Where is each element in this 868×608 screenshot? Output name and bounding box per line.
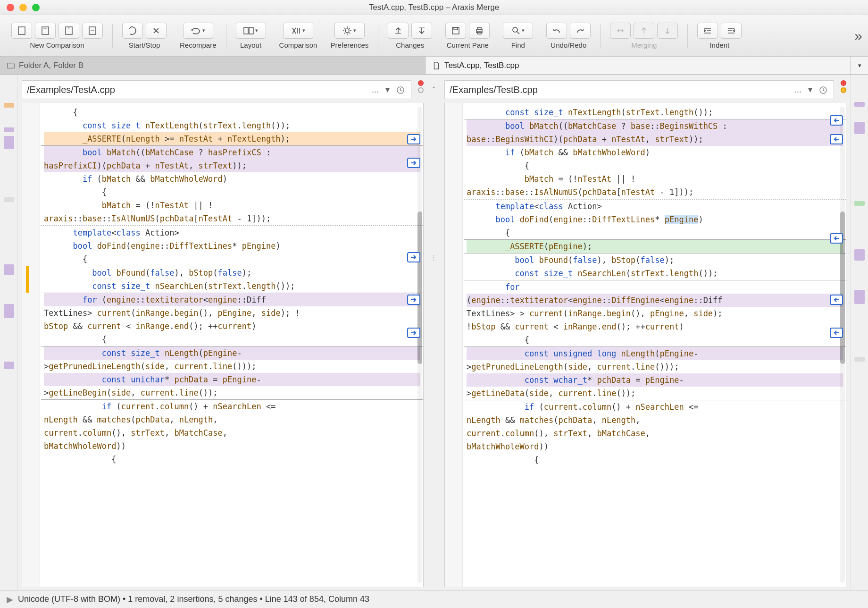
code-line[interactable]: if (current.column() + nSearchLen <= [467,400,843,414]
right-overview-gutter[interactable] [850,75,868,590]
code-line[interactable]: const unichar* pchData = pEngine- [44,373,420,386]
code-line[interactable]: current.column(), strText, bMatchCase, [467,427,843,440]
code-line[interactable]: TextLines> current(inRange.begin(), pEng… [44,306,420,320]
code-line[interactable]: bMatchWholeWord)) [467,440,843,453]
code-line[interactable]: current.column(), strText, bMatchCase, [44,426,420,439]
toolbar-overflow-button[interactable]: » [854,28,863,44]
code-line[interactable]: { [467,333,843,346]
merge-left-arrow-button[interactable] [830,134,843,144]
code-line[interactable]: bool bMatch((bMatchCase ? base::BeginsWi… [467,119,843,133]
code-line[interactable]: (engine::textiterator<engine::DiffEngine… [467,294,843,307]
pane-divider[interactable]: • ⋮ [427,75,441,590]
merge-right-arrow-button[interactable] [407,134,420,144]
comparison-button[interactable]: ▾ [283,23,313,39]
code-line[interactable]: const size_t nTextLength(strText.length(… [467,106,843,119]
code-line[interactable]: _ASSERTE(nLength >= nTestAt + nTextLengt… [44,132,420,145]
undo-button[interactable] [546,23,567,39]
code-line[interactable]: bStop && current < inRange.end(); ++curr… [44,320,420,333]
print-button[interactable] [469,23,490,39]
code-line[interactable]: { [44,253,420,266]
code-line[interactable]: { [44,186,420,199]
code-line[interactable]: if (bMatch && bMatchWholeWord) [467,146,843,159]
code-line[interactable]: bool doFind(engine::DiffTextLines* pEngi… [44,239,420,253]
code-line[interactable]: bool bFound(false), bStop(false); [44,266,420,279]
code-line[interactable]: { [467,453,843,466]
new-binary-comparison-button[interactable] [58,23,79,39]
merge-right-arrow-button[interactable] [407,252,420,262]
right-file-dropdown-button[interactable]: ▾ [807,84,814,95]
merge-left-arrow-button[interactable] [830,328,843,338]
new-text-comparison-button[interactable] [11,23,32,39]
code-line[interactable]: for [467,280,843,294]
code-line[interactable]: { [44,106,420,119]
right-scrollbar[interactable] [840,107,845,583]
code-line[interactable]: const size_t nTextLength(strText.length(… [44,119,420,132]
merge-right-arrow-button[interactable] [407,158,420,168]
code-line[interactable]: araxis::base::IsAlNumUS(pchData[nTestAt … [467,186,843,199]
left-overview-gutter[interactable] [0,75,18,590]
code-line[interactable]: const unsigned long nLength(pEngine- [467,347,843,360]
code-line[interactable]: const size_t nLength(pEngine- [44,346,420,360]
tab-dropdown-button[interactable]: ▾ [851,57,868,74]
stop-button[interactable] [146,23,167,39]
left-code-view[interactable]: { const size_t nTextLength(strText.lengt… [22,103,424,587]
redo-button[interactable] [570,23,591,39]
code-line[interactable]: bool bMatch((bMatchCase ? hasPrefixCS : [44,146,420,159]
code-line[interactable]: !bStop && current < inRange.end(); ++cur… [467,320,843,333]
code-line[interactable]: >getPrunedLineLength(side, current.line(… [467,360,843,373]
tab-folder-comparison[interactable]: Folder A, Folder B [0,57,426,74]
right-file-history-button[interactable] [818,85,829,95]
merge-left-arrow-button[interactable] [830,233,843,244]
code-line[interactable]: const size_t nSearchLen(strText.length()… [44,279,420,293]
code-line[interactable]: const wchar_t* pchData = pEngine- [467,373,843,387]
left-file-menu-button[interactable]: ... [370,85,380,95]
merge-down-button[interactable] [657,23,678,39]
code-line[interactable]: araxis::base::IsAlNumUS(pchData[nTestAt … [44,212,420,225]
code-line[interactable]: if (current.column() + nSearchLen <= [44,400,420,413]
code-line[interactable]: { [44,333,420,346]
code-line[interactable]: hasPrefixCI)(pchData + nTestAt, strText)… [44,159,420,172]
code-line[interactable]: >getPrunedLineLength(side, current.line(… [44,360,420,373]
tab-file-comparison[interactable]: TestA.cpp, TestB.cpp [426,57,851,74]
code-line[interactable]: { [467,226,843,239]
save-button[interactable] [445,23,466,39]
code-line[interactable]: bool doFind(engine::DiffTextLines* pEngi… [467,213,843,226]
recompare-button[interactable]: ▾ [183,23,213,39]
code-line[interactable]: if (bMatch && bMatchWholeWord) [44,172,420,186]
code-line[interactable]: { [467,159,843,172]
merge-right-arrow-button[interactable] [407,328,420,338]
code-line[interactable]: nLength && matches(pchData, nLength, [44,413,420,426]
code-line[interactable]: template<class Action> [44,226,420,239]
merge-left-button[interactable] [610,23,631,39]
code-line[interactable]: TextLines> > current(inRange.begin(), pE… [467,307,843,320]
code-line[interactable]: bMatch = (!nTestAt || ! [44,199,420,212]
layout-button[interactable]: ▾ [236,23,266,39]
code-line[interactable]: bMatch = (!nTestAt || ! [467,172,843,186]
right-code-view[interactable]: const size_t nTextLength(strText.length(… [444,103,846,587]
right-file-menu-button[interactable]: ... [793,85,803,95]
merge-up-button[interactable] [634,23,654,39]
left-scrollbar[interactable] [417,107,422,583]
code-line[interactable]: for (engine::textiterator<engine::Diff [44,293,420,306]
new-folder-comparison-button[interactable] [35,23,56,39]
merge-left-arrow-button[interactable] [830,115,843,126]
code-line[interactable]: bool bFound(false), bStop(false); [467,253,843,267]
code-line[interactable]: nLength && matches(pchData, nLength, [467,414,843,427]
start-button[interactable] [122,23,143,39]
code-line[interactable]: template<class Action> [467,200,843,213]
code-line[interactable]: const size_t nSearchLen(strText.length()… [467,267,843,280]
left-file-history-button[interactable] [395,85,406,95]
find-button[interactable]: ▾ [503,23,533,39]
code-line[interactable]: _ASSERTE(pEngine); [467,240,843,253]
preferences-button[interactable]: ▾ [334,23,365,39]
merge-right-arrow-button[interactable] [407,295,420,305]
new-image-comparison-button[interactable] [82,23,103,39]
prev-change-button[interactable] [388,23,409,39]
code-line[interactable]: >getLineData(side, current.line()); [467,387,843,400]
next-change-button[interactable] [411,23,432,39]
code-line[interactable]: bMatchWholeWord)) [44,439,420,453]
left-file-dropdown-button[interactable]: ▾ [384,84,391,95]
code-line[interactable]: { [44,453,420,466]
outdent-button[interactable] [697,23,718,39]
indent-button[interactable] [721,23,742,39]
